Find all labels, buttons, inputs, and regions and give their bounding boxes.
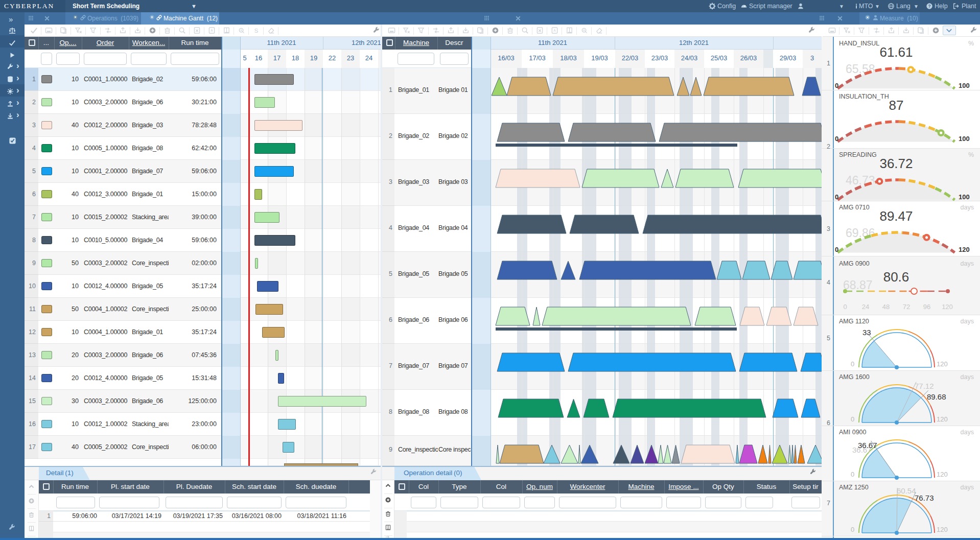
svg-text:A: A xyxy=(211,29,213,32)
svg-text:S: S xyxy=(254,28,259,34)
svg-text:A: A xyxy=(553,29,556,32)
svg-text:?: ? xyxy=(928,4,930,9)
